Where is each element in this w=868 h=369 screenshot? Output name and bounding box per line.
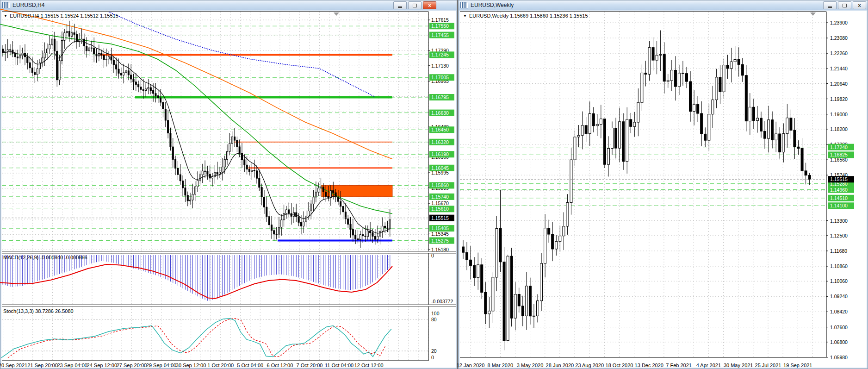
chart-shift-marker[interactable] (334, 13, 339, 16)
level-badge-label: 1.16450 (431, 127, 449, 132)
candle (7, 50, 8, 51)
candle (514, 294, 516, 319)
candle (362, 235, 364, 236)
candle (175, 159, 176, 168)
candle (54, 39, 55, 51)
candle (98, 53, 99, 56)
candle (135, 82, 136, 84)
time-label: 12 Jan 2020 (457, 363, 485, 368)
chart-header-h4[interactable]: ▼EURUSD,H4 1.15515 1.15524 1.15512 1.155… (4, 13, 118, 19)
time-label: 30 May 2021 (724, 363, 753, 368)
time-label: 12 Oct 12:00 (354, 363, 384, 368)
candle (44, 53, 45, 58)
time-label: 6 Oct 12:00 (267, 363, 293, 368)
candle (219, 172, 221, 174)
time-label: 13 Dec 2020 (635, 363, 663, 368)
candle (167, 120, 169, 133)
candle (318, 188, 319, 192)
candle (389, 220, 391, 228)
candle (521, 306, 524, 316)
candle (379, 231, 381, 236)
candle (285, 210, 287, 213)
candle (9, 50, 11, 50)
candle (130, 75, 132, 79)
chart-header-weekly[interactable]: ▼EURUSD,Weekly 1.15669 1.15860 1.15236 1… (463, 13, 588, 19)
level-badge-label: 1.17455 (431, 32, 449, 38)
candle (589, 113, 591, 133)
level-badge-label: 1.17240 (830, 144, 848, 150)
candle (239, 147, 240, 153)
candle (234, 137, 236, 140)
time-label: 25 Jul 2021 (755, 363, 781, 368)
candle (377, 236, 378, 239)
stoch-tick: 80 (431, 317, 437, 322)
candle (652, 48, 654, 60)
candle (187, 195, 188, 201)
candle (357, 239, 359, 240)
candle (537, 301, 539, 316)
candle (577, 135, 580, 137)
candle (760, 118, 763, 131)
candle (626, 119, 628, 162)
candle (715, 77, 718, 100)
candle (712, 100, 714, 114)
candle (291, 213, 292, 216)
candle (544, 228, 546, 263)
candle (249, 169, 250, 171)
candle (548, 228, 550, 234)
candle (682, 73, 684, 74)
candle (61, 40, 62, 60)
candle (91, 48, 92, 48)
candle (771, 120, 774, 140)
charts-canvas: 1.176151.172901.171301.169651.164801.161… (0, 0, 868, 369)
candle (56, 51, 58, 80)
candle (630, 119, 632, 126)
price-tick: 1.23080 (830, 35, 848, 41)
candle (177, 169, 179, 175)
candle (138, 84, 139, 87)
candle (157, 96, 159, 98)
candle (563, 226, 565, 236)
candle (17, 57, 18, 58)
candle (276, 234, 277, 235)
candle (143, 89, 144, 90)
macd-indicator-label: MACD(12,26,9) -0.000840 -0.000866 (3, 255, 87, 260)
candle (86, 46, 87, 51)
price-tick: 1.11680 (830, 248, 847, 254)
time-label: 19 Sep 2021 (783, 363, 812, 368)
level-badge-label: 1.17550 (431, 23, 449, 29)
time-label: 30 Sep 12:00 (176, 363, 206, 368)
candle (133, 79, 134, 82)
supply-zone-rect (322, 185, 392, 196)
price-tick: 1.09240 (830, 294, 848, 299)
candle (328, 196, 329, 197)
candle (797, 147, 800, 148)
candle (656, 55, 658, 60)
candle (592, 113, 595, 125)
price-tick: 1.21440 (830, 66, 848, 71)
candle (172, 147, 174, 159)
candle (507, 256, 509, 340)
candle (74, 33, 75, 35)
candle (256, 171, 257, 178)
candle (125, 71, 127, 73)
level-badge-label: 1.16825 (830, 152, 848, 157)
macd-zero-label: 0 (431, 253, 434, 258)
candle (559, 236, 561, 242)
dropdown-arrow-icon: ▼ (4, 14, 7, 18)
candle (37, 69, 38, 75)
candle (477, 265, 479, 278)
candle (670, 70, 673, 81)
candle (333, 191, 334, 193)
chart-shift-marker[interactable] (810, 13, 816, 16)
time-label: 11 Oct 04:00 (325, 363, 353, 368)
current-price-badge-label: 1.15515 (431, 215, 449, 221)
level-badge-label: 1.15740 (431, 194, 449, 200)
candle (111, 56, 112, 60)
price-tick: 1.10860 (830, 263, 848, 269)
level-badge-label: 1.16630 (431, 110, 449, 116)
level-badge-label: 1.15860 (431, 182, 449, 188)
time-label: 24 Sep 12:00 (87, 363, 117, 368)
candle (199, 175, 201, 180)
candle (619, 122, 621, 148)
